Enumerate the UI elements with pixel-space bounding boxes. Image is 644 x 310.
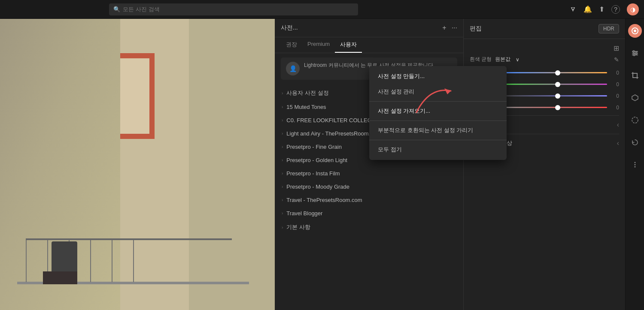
heal-sidebar-icon xyxy=(631,94,639,102)
dropdown-manage-preset[interactable]: 사전 설정 관리 xyxy=(369,84,507,99)
add-preset-button[interactable]: + xyxy=(442,24,446,32)
filter-icon[interactable]: ⛛ xyxy=(570,6,577,13)
preset-label-6: Presetpro - Insta Film xyxy=(286,170,340,177)
chevron-icon-9: › xyxy=(282,211,283,216)
eyedropper-icon[interactable]: ✎ xyxy=(614,56,619,63)
tab-user[interactable]: 사용자 xyxy=(335,37,362,53)
community-avatar-icon: 👤 xyxy=(289,65,297,72)
chevron-icon-7: › xyxy=(282,184,283,189)
slider-track-sat[interactable] xyxy=(503,107,607,108)
dropdown-create-preset[interactable]: 사전 설정 만들기... xyxy=(369,69,507,84)
slider-thumb-temp[interactable] xyxy=(555,70,560,75)
preset-label-3: Light and Airy - ThePresetsRoom.com xyxy=(286,130,380,137)
svg-point-10 xyxy=(632,117,638,123)
svg-point-7 xyxy=(635,52,637,54)
community-icon: 👤 xyxy=(286,62,300,75)
preset-item-travel[interactable]: › Travel - ThePresetsRoom.com xyxy=(275,193,463,207)
dropdown-collapse-all[interactable]: 모두 접기 xyxy=(369,142,507,157)
chevron-icon-1: › xyxy=(282,105,283,109)
settings-sidebar-icon xyxy=(631,49,639,57)
preset-item-basic[interactable]: › 기본 사항 xyxy=(275,220,463,235)
rail-post-5 xyxy=(112,239,112,282)
masking-sidebar-icon xyxy=(631,116,639,124)
sidebar-icon-masking[interactable] xyxy=(628,113,642,127)
history-sidebar-icon xyxy=(631,138,639,146)
preset-label-5: Presetpro - Golden Light xyxy=(286,157,347,163)
dropdown-divider-3 xyxy=(369,140,507,140)
white-balance-row: 흰색 균형 원본값 ∨ ✎ xyxy=(470,56,619,63)
preset-label-1: 15 Muted Tones xyxy=(286,104,326,110)
svg-point-8 xyxy=(633,54,635,56)
search-box[interactable]: 🔍 xyxy=(109,3,358,15)
svg-marker-9 xyxy=(632,95,638,101)
search-input[interactable] xyxy=(123,6,354,12)
grid-icon-row: ⊞ xyxy=(470,44,619,52)
chevron-icon-5: › xyxy=(282,158,283,163)
hdr-button[interactable]: HDR xyxy=(598,24,619,33)
wall-right xyxy=(189,19,275,310)
sidebar-icon-presets[interactable] xyxy=(628,24,642,38)
edit-header: 편집 HDR xyxy=(464,19,625,39)
dropdown-divider-2 xyxy=(369,120,507,121)
rail-post-4 xyxy=(90,239,91,282)
edit-title: 편집 xyxy=(470,25,482,33)
bell-icon[interactable]: 🔔 xyxy=(583,5,592,13)
dropdown-menu: 사전 설정 만들기... 사전 설정 관리 사전 설정 가져오기... 부분적으… xyxy=(369,66,507,160)
color-mix-expand-icon[interactable]: ‹ xyxy=(617,121,619,129)
preset-label-7: Presetpro - Moody Grade xyxy=(286,184,349,190)
preset-item-moodgrade[interactable]: › Presetpro - Moody Grade xyxy=(275,180,463,193)
sidebar-icon-more[interactable] xyxy=(628,158,642,172)
slider-thumb-sat[interactable] xyxy=(555,105,560,110)
preset-label-0: 사용자 사전 설정 xyxy=(286,89,328,97)
help-icon[interactable]: ? xyxy=(611,5,620,14)
sidebar-icon-history[interactable] xyxy=(628,135,642,149)
chevron-icon-2: › xyxy=(282,118,283,123)
chevron-icon-3: › xyxy=(282,131,283,136)
svg-point-12 xyxy=(634,164,635,166)
slider-track-temp[interactable] xyxy=(503,72,607,73)
main-layout: 사전... + ··· 권장 Premium 사용자 👤 Lightroom 커… xyxy=(0,19,644,310)
panel-header: 사전... + ··· xyxy=(275,19,463,37)
point-color-expand-icon[interactable]: ‹ xyxy=(617,139,619,147)
presets-sidebar-icon xyxy=(631,27,639,35)
preset-item-instafilm[interactable]: › Presetpro - Insta Film xyxy=(275,167,463,180)
preset-menu-button[interactable]: ··· xyxy=(452,24,457,32)
slider-track-tint[interactable] xyxy=(503,84,607,85)
sidebar-icon-settings[interactable] xyxy=(628,46,642,60)
slider-value-vib: 0 xyxy=(611,93,619,99)
chevron-icon-10: › xyxy=(282,225,283,230)
tab-recommended[interactable]: 권장 xyxy=(281,37,302,53)
sidebar-icon-heal[interactable] xyxy=(628,91,642,105)
preset-label-9: Travel Blogger xyxy=(286,210,322,217)
more-sidebar-icon xyxy=(631,161,639,169)
panel-header-icons: + ··· xyxy=(442,24,457,32)
tab-premium[interactable]: Premium xyxy=(302,37,335,53)
grid-view-icon[interactable]: ⊞ xyxy=(614,44,619,52)
chevron-icon-6: › xyxy=(282,171,283,176)
sidebar-icon-crop[interactable] xyxy=(628,69,642,82)
person-icon: ◑ xyxy=(630,6,635,13)
cloud-icon[interactable]: ◑ xyxy=(627,3,639,15)
white-balance-dropdown-arrow[interactable]: ∨ xyxy=(516,57,519,63)
upload-icon[interactable]: ⬆ xyxy=(599,5,605,13)
slider-value-temp: 0 xyxy=(611,70,619,76)
preset-item-travelblogger[interactable]: › Travel Blogger xyxy=(275,207,463,220)
dropdown-import-preset[interactable]: 사전 설정 가져오기... xyxy=(369,103,507,119)
slider-value-tint: 0 xyxy=(611,81,619,87)
chair-seat xyxy=(43,271,77,284)
search-icon: 🔍 xyxy=(113,6,120,12)
svg-point-13 xyxy=(634,166,635,168)
top-bar: 🔍 ⛛ 🔔 ⬆ ? ◑ xyxy=(0,0,644,19)
rail-post-6 xyxy=(133,239,134,282)
slider-thumb-vib[interactable] xyxy=(555,93,560,99)
slider-track-vib[interactable] xyxy=(503,95,607,96)
presets-panel: 사전... + ··· 권장 Premium 사용자 👤 Lightroom 커… xyxy=(275,19,464,310)
white-balance-value: 원본값 xyxy=(495,56,510,63)
dropdown-hide-partial[interactable]: 부분적으로 호환되는 사전 설정 가리기 xyxy=(369,123,507,138)
top-bar-icons: ⛛ 🔔 ⬆ ? ◑ xyxy=(570,3,639,15)
slider-thumb-tint[interactable] xyxy=(555,82,560,87)
svg-point-2 xyxy=(634,30,636,32)
chair xyxy=(52,241,77,271)
chevron-icon-8: › xyxy=(282,198,283,202)
preset-label-4: Presetpro - Fine Grain xyxy=(286,144,342,150)
